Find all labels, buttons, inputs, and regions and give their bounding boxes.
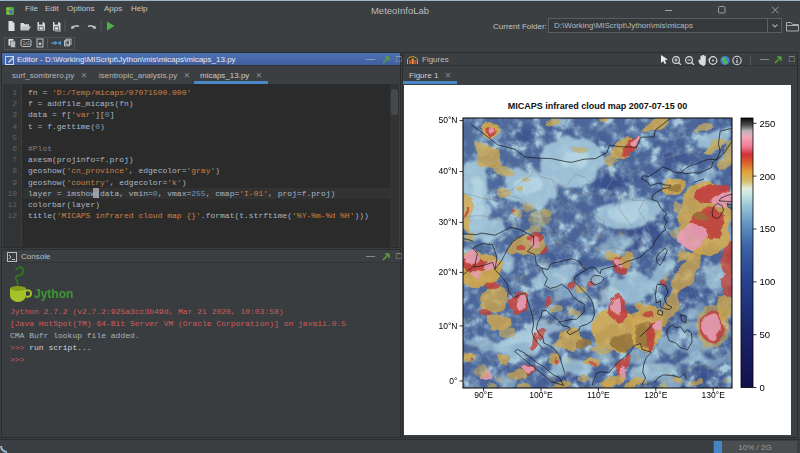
svg-text:120°E: 120°E — [644, 390, 668, 400]
svg-text:0: 0 — [760, 382, 765, 393]
svg-text:Jython: Jython — [34, 287, 73, 301]
svg-text:100: 100 — [760, 276, 776, 287]
svg-text:200: 200 — [760, 171, 776, 182]
svg-text:110°E: 110°E — [587, 390, 610, 400]
svg-text:50: 50 — [760, 329, 771, 340]
svg-text:250: 250 — [760, 118, 776, 129]
svg-text:10°N: 10°N — [439, 321, 458, 331]
svg-text:0°: 0° — [449, 376, 457, 386]
svg-text:1x1: 1x1 — [23, 41, 31, 46]
svg-text:30°N: 30°N — [439, 217, 458, 227]
svg-text:40°N: 40°N — [439, 166, 458, 176]
svg-text:130°E: 130°E — [702, 390, 726, 400]
svg-text:50°N: 50°N — [439, 115, 458, 125]
svg-text:100°E: 100°E — [529, 390, 553, 400]
svg-text:150: 150 — [760, 223, 776, 234]
svg-text:20°N: 20°N — [439, 267, 458, 277]
svg-text:90°E: 90°E — [474, 390, 493, 400]
